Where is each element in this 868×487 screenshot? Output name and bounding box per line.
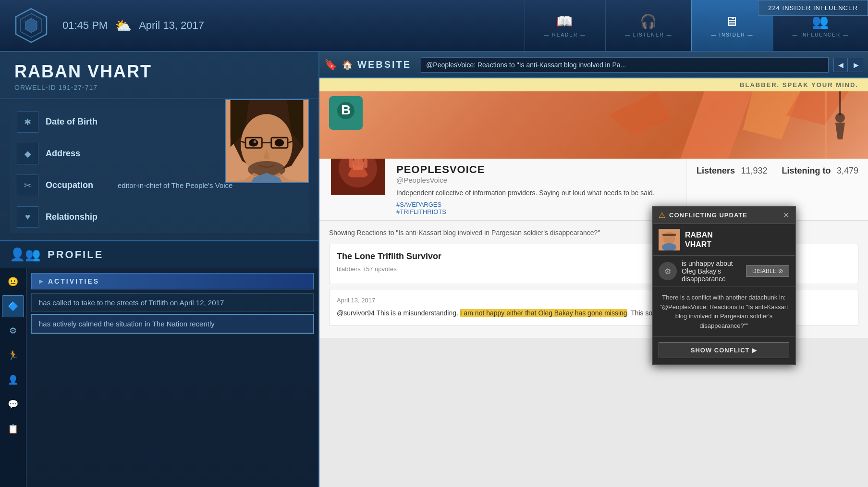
conflict-title: CONFLICTING UPDATE [669,212,747,219]
activities-arrow: ▶ [39,278,43,285]
nav-back[interactable]: ◀ [833,58,848,72]
left-panel: RABAN VHART ORWELL-ID 191-27-717 [0,52,319,487]
sidebar-run-icon[interactable]: 🏃 [2,344,24,366]
listening-to-stat: Listening to 3,479 [782,166,859,176]
svg-rect-47 [662,234,676,236]
highlighted-text: I am not happy either that Oleg Bakay ha… [460,309,627,317]
svg-marker-28 [680,91,752,159]
info-cards: ✱ Date of Birth ◆ Address ✂ Occupation e… [0,99,318,240]
sidebar-doc-icon[interactable]: 📋 [2,418,24,440]
portrait [225,99,309,183]
activity-item-1[interactable]: has called to take to the streets of Tri… [31,293,314,312]
conflict-title-row: ⚠ CONFLICTING UPDATE [659,211,747,220]
post-author-meta: blabbers +57 upvotes [337,265,397,273]
top-bar: 01:45 PM ⛅ April 13, 2017 📖 — READER — 🎧… [0,0,868,52]
gear-circle: ⚙ [659,262,677,280]
dob-icon: ✱ [17,111,38,133]
svg-point-34 [835,113,845,123]
home-icon: 🏠 [342,60,353,70]
profile-section: 👤👥 PROFILE 😐 🔷 ⚙ 🏃 👤 💬 📋 ▶ [0,240,318,487]
relationship-icon: ♥ [17,206,38,228]
logo [10,4,53,47]
occupation-value: editor-in-chief of The People's Voice [118,181,232,189]
conflict-action-text: is unhappy about Oleg Bakay's disappeara… [682,260,741,283]
listening-to-label: Listening to [782,166,831,175]
svg-rect-33 [839,91,841,115]
svg-point-16 [249,139,258,147]
listeners-count: 11,932 [741,166,767,175]
site-name: PEOPLESVOICE [396,163,682,176]
browser-chrome: 🔖 🏠 WEBSITE @PeoplesVoice: Reactions to … [319,52,868,78]
blabber-tagline: BLABBER. SPEAK YOUR MIND. [319,78,868,91]
sidebar-person-icon[interactable]: 👤 [2,369,24,391]
conflict-icon: ⚠ [659,211,665,220]
blabber-banner: B [319,91,868,159]
current-time: 01:45 PM [62,19,108,32]
conflict-avatar [659,229,680,250]
address-icon: ◆ [17,143,38,164]
nav-forward[interactable]: ▶ [849,58,863,72]
site-hashtags: #SAVEPARGES #TRIFLITHRIOTS [396,201,682,215]
sidebar-icons: 😐 🔷 ⚙ 🏃 👤 💬 📋 [0,268,26,487]
sidebar-activities-icon[interactable]: 🔷 [2,295,24,317]
right-panel: 🔖 🏠 WEBSITE @PeoplesVoice: Reactions to … [319,52,868,487]
person-id: ORWELL-ID 191-27-717 [14,84,304,91]
conflict-person-row: RABAN VHART [653,224,795,256]
conflict-close-button[interactable]: ✕ [783,211,789,220]
url-bar: @PeoplesVoice: Reactions to "Is anti-Kas… [421,57,829,73]
time-display: 01:45 PM ⛅ April 13, 2017 [62,18,204,34]
website-label: WEBSITE [357,59,411,70]
dob-label: Date of Birth [46,117,113,127]
disable-button[interactable]: DISABLE ⊘ [746,265,789,277]
listener-icon: 🎧 [640,13,658,29]
tab-listener[interactable]: 🎧 — LISTENER — [605,0,691,51]
sidebar-chat-icon[interactable]: 💬 [2,393,24,415]
tab-reader[interactable]: 📖 — READER — [525,0,605,51]
conflict-header: ⚠ CONFLICTING UPDATE ✕ [653,207,795,224]
sidebar-face-icon[interactable]: 😐 [2,271,24,293]
insider-icon: 🖥 [725,13,739,29]
profile-header: 👤👥 PROFILE [0,240,318,268]
profile-content: ▶ ACTIVITIES has called to take to the s… [26,268,318,487]
svg-point-17 [275,139,284,147]
listeners-stat: Listeners 11,932 [697,166,768,176]
occupation-label: Occupation [46,180,113,190]
site-bio: Independent collective of information pr… [396,188,682,198]
occupation-icon: ✂ [17,175,38,196]
activity-item-2[interactable]: has actively calmed the situation in The… [31,314,314,333]
current-date: April 13, 2017 [139,19,204,32]
svg-rect-32 [825,91,827,159]
conflict-popup: ⚠ CONFLICTING UPDATE ✕ RABAN VHART [652,206,796,365]
person-header: RABAN VHART ORWELL-ID 191-27-717 [0,52,318,99]
relationship-card: ♥ Relationship [10,201,309,233]
activities-label: ACTIVITIES [48,277,99,285]
svg-marker-35 [835,123,845,139]
conflict-description: There is a conflict with another datachu… [653,287,795,337]
svg-point-18 [254,140,257,143]
listeners-label: Listeners [697,166,735,175]
svg-text:B: B [341,102,351,117]
nav-arrows: ◀ ▶ [833,58,863,72]
main-content: RABAN VHART ORWELL-ID 191-27-717 [0,52,868,487]
gear-icon: ⚙ [664,267,671,276]
score-badge: 224 INSIDER INFLUENCER [758,0,868,16]
relationship-label: Relationship [46,212,113,222]
bookmark-icon: 🔖 [324,59,337,71]
person-name: RABAN VHART [14,62,304,82]
activities-header[interactable]: ▶ ACTIVITIES [31,273,314,289]
profile-info-col: PEOPLESVOICE @PeoplesVoice Independent c… [396,159,686,220]
profile-tabs-sidebar: 😐 🔷 ⚙ 🏃 👤 💬 📋 ▶ ACTIVITIES has called to… [0,268,318,487]
conflict-person-name: RABAN VHART [685,230,713,249]
conflict-action-row: ⚙ is unhappy about Oleg Bakay's disappea… [653,256,795,287]
sidebar-settings-icon[interactable]: ⚙ [2,320,24,342]
show-conflict-button[interactable]: SHOW CONFLICT ▶ [659,342,789,358]
profile-header-icon: 👤👥 [10,247,40,262]
svg-marker-31 [608,91,671,135]
svg-rect-40 [349,158,353,168]
site-handle: @PeoplesVoice [396,176,682,184]
profile-title: PROFILE [48,249,103,261]
weather-icon: ⛅ [115,18,132,34]
svg-rect-43 [364,159,367,168]
reader-icon: 📖 [556,13,574,29]
address-label: Address [46,149,113,159]
